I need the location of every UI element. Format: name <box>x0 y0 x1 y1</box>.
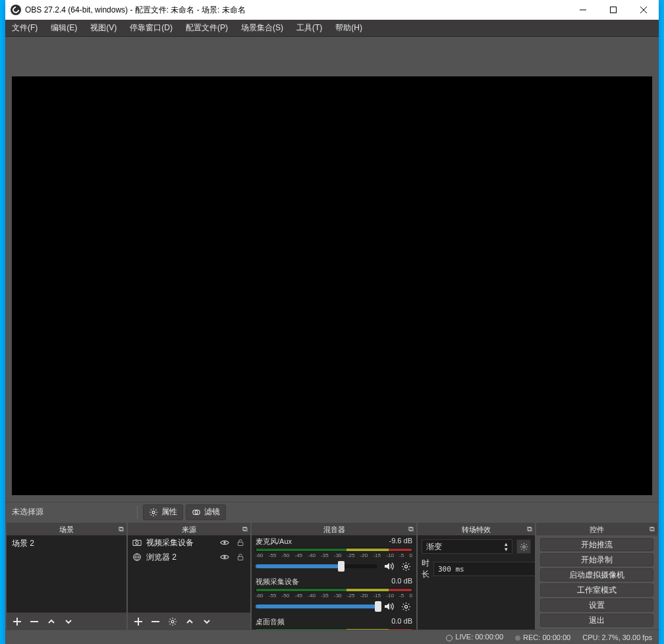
camera-icon <box>132 537 142 548</box>
sources-header[interactable]: 来源 ⧉ <box>128 523 250 535</box>
speaker-icon[interactable] <box>382 600 395 613</box>
obs-window: OBS 27.2.4 (64-bit, windows) - 配置文件: 未命名… <box>5 0 659 644</box>
control-button-5[interactable]: 退出 <box>540 614 653 627</box>
no-source-selected-label: 未选择源 <box>5 506 137 518</box>
remove-source-button[interactable] <box>148 614 163 629</box>
maximize-button[interactable] <box>598 0 628 20</box>
sources-panel: 来源 ⧉ 视频采集设备 浏览器 2 <box>128 523 250 630</box>
control-button-1[interactable]: 开始录制 <box>540 553 653 566</box>
source-item[interactable]: 视频采集设备 <box>128 535 250 550</box>
mixer-channel-name: 视频采集设备 <box>256 577 299 587</box>
source-item-label: 视频采集设备 <box>146 537 215 549</box>
volume-slider[interactable] <box>256 564 378 568</box>
mixer-list[interactable]: 麦克风/Aux -9.6 dB -60-55-50-45-40-35-30-25… <box>252 535 416 630</box>
popout-icon[interactable]: ⧉ <box>650 525 655 533</box>
lock-toggle[interactable] <box>235 551 246 563</box>
menu-help[interactable]: 帮助(H) <box>329 20 369 36</box>
scenes-panel: 场景 ⧉ 场景 2 <box>7 523 126 630</box>
menu-scenecollection[interactable]: 场景集合(S) <box>235 20 290 36</box>
preview-area <box>5 37 659 502</box>
popout-icon[interactable]: ⧉ <box>119 525 124 533</box>
client-area: 未选择源 属性 滤镜 场景 ⧉ <box>5 37 659 644</box>
meter-ticks: -60-55-50-45-40-35-30-25-20-15-10-50 <box>256 552 412 558</box>
scene-item-label: 场景 2 <box>12 538 34 549</box>
volume-slider[interactable] <box>256 604 378 608</box>
preview-canvas[interactable] <box>12 76 652 495</box>
speaker-icon[interactable] <box>382 560 395 573</box>
control-button-0[interactable]: 开始推流 <box>540 538 653 551</box>
mixer-channel-db: 0.0 dB <box>391 617 412 627</box>
menu-edit[interactable]: 编辑(E) <box>44 20 84 36</box>
add-scene-button[interactable] <box>9 614 25 629</box>
properties-label: 属性 <box>161 506 177 518</box>
mixer-channel: 桌面音频 0.0 dB -60-55-50-45-40-35-30-25-20-… <box>252 616 416 630</box>
controls-body: 开始推流开始录制启动虚拟摄像机工作室模式设置退出 <box>536 535 657 630</box>
transition-settings-button[interactable] <box>516 539 531 554</box>
svg-rect-0 <box>611 7 617 13</box>
menu-dock[interactable]: 停靠窗口(D) <box>123 20 179 36</box>
svg-point-5 <box>136 541 138 544</box>
meter-ticks: -60-55-50-45-40-35-30-25-20-15-10-50 <box>256 593 412 599</box>
sources-list[interactable]: 视频采集设备 浏览器 2 <box>128 535 250 612</box>
source-toolbar: 未选择源 属性 滤镜 <box>5 502 659 522</box>
sources-title: 来源 <box>182 525 196 535</box>
channel-settings-icon[interactable] <box>399 600 412 613</box>
transition-select[interactable]: 渐变 ▴▾ <box>422 539 512 554</box>
control-button-3[interactable]: 工作室模式 <box>540 583 653 597</box>
gear-icon <box>149 508 158 517</box>
filters-label: 滤镜 <box>204 506 220 518</box>
minimize-button[interactable] <box>568 0 598 20</box>
add-source-button[interactable] <box>130 614 146 629</box>
scene-item[interactable]: 场景 2 <box>7 535 126 552</box>
filters-icon <box>192 508 201 517</box>
transitions-header[interactable]: 转场特效 ⧉ <box>418 523 535 535</box>
audio-meter <box>256 628 412 630</box>
scenes-list[interactable]: 场景 2 <box>7 535 126 612</box>
move-source-down-button[interactable] <box>199 614 215 629</box>
svg-point-12 <box>171 620 174 623</box>
svg-point-14 <box>404 605 407 608</box>
mixer-title: 混音器 <box>323 525 345 535</box>
visibility-toggle[interactable] <box>219 537 231 549</box>
broadcast-icon <box>446 635 453 641</box>
record-dot-icon <box>515 635 520 641</box>
menu-view[interactable]: 视图(V) <box>84 20 123 36</box>
popout-icon[interactable]: ⧉ <box>527 525 532 533</box>
controls-header[interactable]: 控件 ⧉ <box>536 523 657 535</box>
filters-button[interactable]: 滤镜 <box>186 504 226 520</box>
control-button-2[interactable]: 启动虚拟摄像机 <box>540 568 653 581</box>
move-source-up-button[interactable] <box>182 614 198 629</box>
lock-toggle[interactable] <box>235 537 246 549</box>
visibility-toggle[interactable] <box>219 551 231 563</box>
move-scene-down-button[interactable] <box>61 614 76 629</box>
svg-rect-8 <box>238 542 243 545</box>
remove-scene-button[interactable] <box>26 614 42 629</box>
duration-label: 时长 <box>422 558 429 580</box>
control-button-4[interactable]: 设置 <box>540 599 653 612</box>
svg-rect-4 <box>133 541 141 546</box>
popout-icon[interactable]: ⧉ <box>408 525 414 533</box>
source-properties-button[interactable] <box>165 614 180 629</box>
transition-selected: 渐变 <box>426 541 442 552</box>
menu-tools[interactable]: 工具(T) <box>290 20 329 36</box>
mixer-header[interactable]: 混音器 ⧉ <box>252 523 416 535</box>
properties-button[interactable]: 属性 <box>143 504 183 520</box>
titlebar[interactable]: OBS 27.2.4 (64-bit, windows) - 配置文件: 未命名… <box>5 0 659 20</box>
popout-icon[interactable]: ⧉ <box>242 525 248 533</box>
duration-input[interactable] <box>433 562 535 576</box>
scenes-header[interactable]: 场景 ⧉ <box>7 523 126 535</box>
mixer-channel-name: 麦克风/Aux <box>256 537 292 547</box>
source-item[interactable]: 浏览器 2 <box>128 550 250 564</box>
cpu-status: CPU: 2.7%, 30.00 fps <box>582 633 652 641</box>
menubar: 文件(F) 编辑(E) 视图(V) 停靠窗口(D) 配置文件(P) 场景集合(S… <box>5 20 659 37</box>
close-button[interactable] <box>628 0 659 20</box>
menu-profile[interactable]: 配置文件(P) <box>179 20 235 36</box>
menu-file[interactable]: 文件(F) <box>5 20 44 36</box>
move-scene-up-button[interactable] <box>43 614 59 629</box>
svg-rect-6 <box>135 539 137 541</box>
svg-rect-11 <box>238 556 243 560</box>
transitions-body: 渐变 ▴▾ 时长 ▴ ▾ <box>418 535 535 630</box>
mixer-panel: 混音器 ⧉ 麦克风/Aux -9.6 dB -60-55-50-45-40-35… <box>252 523 416 630</box>
rec-status: REC: 00:00:00 <box>515 633 570 641</box>
channel-settings-icon[interactable] <box>399 560 412 573</box>
